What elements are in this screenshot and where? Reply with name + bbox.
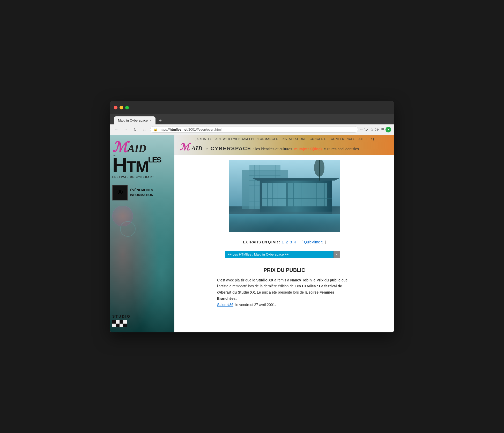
extraits-link-3[interactable]: 3	[290, 240, 292, 244]
studio-logo	[112, 320, 128, 327]
building-area	[174, 155, 394, 237]
top-nav-links: [ ARTISTES I ART WEB I WEB JAM I PERFORM…	[180, 137, 389, 141]
prix-text: C'est avec plaisir que le Studio XX a re…	[217, 277, 352, 308]
site-title-bar: ℳ AID in CYBERSPACE : les identités et c…	[180, 142, 389, 153]
nav-extras: ··· 🛡 ☆ ≫ ≡ ●	[360, 127, 391, 132]
title-cyberspace: CYBERSPACE	[211, 146, 251, 152]
logo-festival: FESTIVAL DE CYBERART	[112, 176, 172, 178]
traffic-lights	[114, 106, 129, 109]
logo-aid: AID	[128, 143, 146, 154]
title-in: in	[206, 147, 209, 151]
salon-link[interactable]: Salon #36	[217, 303, 233, 307]
sidebar-nav[interactable]: 👁 ÉVÉNEMENTS INFORMATION	[112, 185, 172, 200]
nav-links-text: [ ARTISTES I ART WEB I WEB JAM I PERFORM…	[195, 137, 374, 140]
building-image	[229, 160, 340, 232]
prix-text6: , le vendredi 27 avril 2001.	[233, 303, 276, 307]
reload-button[interactable]: ↻	[131, 126, 139, 133]
sidebar-nav-labels: ÉVÉNEMENTS INFORMATION	[130, 188, 153, 197]
active-tab[interactable]: Maid in Cyberspace ×	[114, 116, 155, 124]
profile-icon: ●	[386, 127, 391, 132]
eye-box[interactable]: 👁	[112, 185, 128, 200]
extraits-link-2[interactable]: 2	[286, 240, 288, 244]
logo-htmlles: HTMLES	[112, 156, 172, 174]
extensions-button[interactable]: ≫	[375, 127, 380, 132]
extraits-link-1[interactable]: 1	[282, 240, 284, 244]
prix-public: Prix du public	[316, 278, 340, 282]
tab-title: Maid in Cyberspace	[118, 118, 148, 122]
information-label[interactable]: INFORMATION	[130, 193, 153, 197]
shield-icon: 🛡	[364, 127, 368, 132]
bracket-open: [	[301, 240, 302, 244]
svg-rect-17	[288, 183, 327, 206]
dropdown-selected-text: ++ Les HTMlles : Maid in Cyberspace ++	[228, 252, 289, 256]
svg-rect-16	[262, 183, 286, 206]
dropdown-section: ++ Les HTMlles : Maid in Cyberspace ++ ▼	[174, 247, 394, 262]
logo-cursive-m: ℳ	[112, 140, 128, 154]
prix-text5: . Le prix a été présenté lors de la soir…	[255, 290, 320, 294]
main-content: [ ARTISTES I ART WEB I WEB JAM I PERFORM…	[174, 135, 394, 332]
more-button[interactable]: ···	[360, 128, 363, 131]
title-en: cultures and identities	[324, 147, 359, 151]
prix-intro: C'est avec plaisir que le	[217, 278, 256, 282]
sidebar: ℳ AID in HTMLES FESTIVAL DE CYBERART 👁 É…	[110, 135, 174, 332]
site-logo: ℳ AID in HTMLES FESTIVAL DE CYBERART	[110, 135, 174, 181]
building-svg	[229, 160, 340, 232]
prix-title: PRIX DU PUBLIC	[217, 267, 352, 273]
quicktime-link[interactable]: Quicktime 5	[304, 240, 323, 244]
address-bar[interactable]: 🔒 https://htmlles.net/2001/f/even/even.h…	[150, 126, 358, 133]
website-content: ℳ AID in HTMLES FESTIVAL DE CYBERART 👁 É…	[110, 135, 394, 332]
new-tab-button[interactable]: +	[157, 117, 164, 124]
lock-icon: 🔒	[153, 128, 158, 131]
extraits-link-4[interactable]: 4	[294, 240, 296, 244]
close-button[interactable]	[114, 106, 117, 109]
bookmark-icon[interactable]: ☆	[370, 127, 374, 132]
top-header: [ ARTISTES I ART WEB I WEB JAM I PERFORM…	[174, 135, 394, 155]
studio-label: STUDIO	[112, 314, 172, 318]
extraits-section: EXTRAITS EN QTVR : 1 2 3 4 [ Quicktime 5…	[174, 237, 394, 247]
forward-button[interactable]: →	[122, 126, 129, 133]
title-mutating: muta(ntes)(ting)	[294, 147, 322, 151]
url-display: https://htmlles.net/2001/f/even/even.htm…	[160, 128, 355, 131]
studio-xx: Studio XX	[256, 278, 273, 282]
evenements-label[interactable]: ÉVÉNEMENTS	[130, 188, 153, 192]
maximize-button[interactable]	[125, 106, 129, 109]
tab-bar: Maid in Cyberspace × +	[110, 114, 394, 124]
dropdown-arrow-button[interactable]: ▼	[333, 251, 340, 258]
dropdown-wrapper: ++ Les HTMlles : Maid in Cyberspace ++ ▼	[225, 251, 344, 258]
minimize-button[interactable]	[120, 106, 123, 109]
prix-section: PRIX DU PUBLIC C'est avec plaisir que le…	[207, 262, 362, 313]
browser-window: Maid in Cyberspace × + ← → ↻ ⌂ 🔒 https:/…	[110, 101, 394, 332]
svg-rect-30	[229, 214, 340, 232]
title-cursive-m: ℳ	[180, 142, 189, 153]
home-button[interactable]: ⌂	[141, 126, 148, 133]
bracket-close: ]	[325, 240, 326, 244]
eye-icon: 👁	[116, 188, 124, 197]
prix-text2: a remis à	[273, 278, 290, 282]
tab-close-button[interactable]: ×	[150, 119, 151, 122]
back-button[interactable]: ←	[113, 126, 120, 133]
nancy-tobin: Nancy Tobin	[290, 278, 312, 282]
title-bar	[110, 101, 394, 114]
sidebar-decoration	[112, 206, 174, 237]
sidebar-bottom: STUDIO	[110, 309, 174, 332]
title-colon: : les identités et cultures	[253, 147, 292, 151]
menu-button[interactable]: ≡	[381, 127, 384, 132]
prix-text3: le	[312, 278, 317, 282]
extraits-label: EXTRAITS EN QTVR :	[243, 240, 280, 244]
svg-marker-28	[252, 178, 340, 181]
url-protocol: https://	[160, 128, 170, 131]
title-aid: AID	[191, 145, 203, 152]
dropdown-select[interactable]: ++ Les HTMlles : Maid in Cyberspace ++	[225, 251, 333, 258]
url-path: /2001/f/even/even.html	[188, 128, 222, 131]
nav-bar: ← → ↻ ⌂ 🔒 https://htmlles.net/2001/f/eve…	[110, 124, 394, 135]
url-domain: htmlles.net	[170, 128, 188, 131]
